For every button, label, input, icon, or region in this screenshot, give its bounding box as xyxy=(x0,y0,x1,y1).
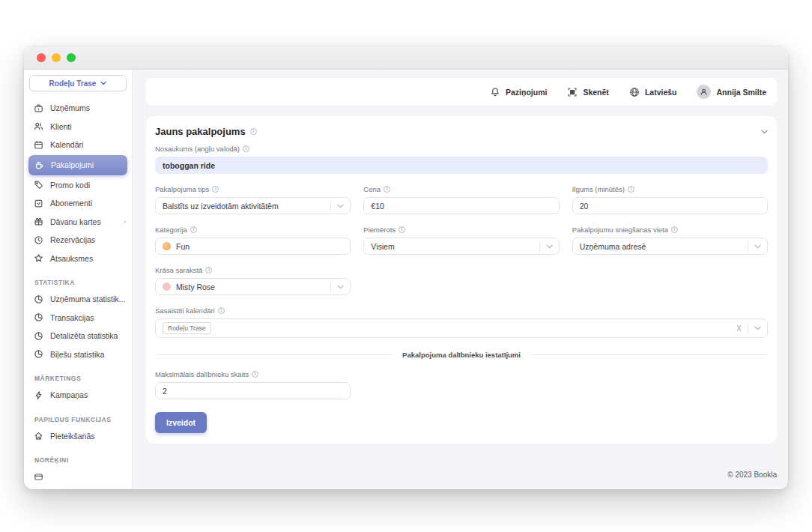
sidebar-item-label: Dāvanu kartes xyxy=(50,217,101,226)
sidebar-item-klienti[interactable]: Klienti xyxy=(24,118,132,136)
sidebar-item-label: Kampaņas xyxy=(50,390,88,399)
sidebar-item-label: Transakcijas xyxy=(50,313,94,322)
sidebar-item-label: Uzņēmums xyxy=(50,103,90,112)
pie-chart-icon xyxy=(34,294,43,304)
create-button[interactable]: Izveidot xyxy=(155,412,207,433)
minimize-window-button[interactable] xyxy=(52,53,61,62)
lightning-icon xyxy=(34,390,43,400)
sidebar: Rodeļu Trase Uzņēmums Klienti Kalendāri xyxy=(24,70,133,489)
sidebar-item-bilesu-statistika[interactable]: Biļešu statistika xyxy=(24,345,132,364)
service-name-input[interactable] xyxy=(155,157,768,174)
max-participants-input[interactable] xyxy=(155,382,351,399)
sidebar-item-promo-kodi[interactable]: Promo kodi xyxy=(24,176,132,195)
info-icon[interactable]: i xyxy=(250,128,257,135)
chevron-down-icon xyxy=(337,204,344,208)
field-category: Kategorijai Fun xyxy=(155,226,351,255)
cup-icon xyxy=(34,160,44,170)
sidebar-item-kampanas[interactable]: Kampaņas xyxy=(24,386,132,405)
category-select[interactable]: Fun xyxy=(155,238,351,255)
person-icon xyxy=(700,88,708,96)
topbar: Paziņojumi Skenēt Latviešu Anni xyxy=(146,78,777,106)
location-select[interactable]: Uzņēmuma adresē xyxy=(572,238,768,255)
sidebar-item-label: Pieteikšanās xyxy=(50,432,95,441)
notifications-button[interactable]: Paziņojumi xyxy=(490,87,547,97)
users-icon xyxy=(34,121,43,131)
sidebar-item-pakalpojumi[interactable]: Pakalpojumi xyxy=(28,155,127,175)
info-icon[interactable]: i xyxy=(384,186,390,193)
service-type-select[interactable]: Balstīts uz izveidotām aktivitātēm xyxy=(155,197,351,214)
collapse-card-button[interactable] xyxy=(761,130,768,134)
calendar-tag[interactable]: Rodeļu Trase xyxy=(163,322,211,334)
field-label: Pakalpojuma tips xyxy=(155,185,209,193)
user-menu[interactable]: Annija Smilte xyxy=(697,85,766,99)
suitable-select[interactable]: Visiem xyxy=(363,238,559,255)
field-label: Kategorija xyxy=(155,226,187,234)
sidebar-item-clipped[interactable] xyxy=(24,468,132,486)
desktop-canvas: Rodeļu Trase Uzņēmums Klienti Kalendāri xyxy=(0,0,812,532)
home-icon xyxy=(34,431,43,441)
info-icon[interactable]: i xyxy=(212,186,219,193)
selected-value: Visiem xyxy=(371,242,394,251)
sidebar-item-davanu-kartes[interactable]: Dāvanu kartes › xyxy=(24,213,132,232)
field-calendars: Sasaistīti kalendārii Rodeļu Trase X xyxy=(155,306,768,338)
info-icon[interactable]: i xyxy=(252,371,258,378)
chevron-down-icon xyxy=(754,326,761,330)
field-location: Pakalpojumu sniegšanas vietai Uzņēmuma a… xyxy=(572,226,768,255)
info-icon[interactable]: i xyxy=(628,186,634,193)
info-icon[interactable]: i xyxy=(205,267,212,273)
gift-icon xyxy=(34,217,43,226)
bell-icon xyxy=(490,87,500,97)
info-icon[interactable]: i xyxy=(399,226,405,233)
scan-button[interactable]: Skenēt xyxy=(567,87,608,97)
sidebar-item-abonementi[interactable]: Abonementi xyxy=(24,194,132,213)
clock-icon xyxy=(34,235,43,245)
field-color: Krāsa sarakstāi Misty Rose xyxy=(155,266,351,295)
user-name: Annija Smilte xyxy=(716,88,766,97)
globe-icon xyxy=(629,87,640,97)
sidebar-item-rezervacijas[interactable]: Rezervācijas xyxy=(24,231,132,250)
field-price: Cenai xyxy=(363,185,559,214)
sidebar-item-uznemums[interactable]: Uzņēmums xyxy=(24,99,132,118)
info-icon[interactable]: i xyxy=(671,226,678,233)
field-label: Nosaukums (angļu valodā) xyxy=(155,145,240,153)
briefcase-icon xyxy=(34,103,43,113)
color-select[interactable]: Misty Rose xyxy=(155,278,351,295)
info-icon[interactable]: i xyxy=(243,145,249,152)
sidebar-section-norekini: NORĒĶINI xyxy=(34,456,132,464)
price-input[interactable] xyxy=(363,197,559,214)
calendars-multiselect[interactable]: Rodeļu Trase X xyxy=(155,318,768,338)
sidebar-item-uznemuma-statistika[interactable]: Uzņēmuma statistik... xyxy=(24,290,132,309)
close-window-button[interactable] xyxy=(37,53,46,62)
notifications-label: Paziņojumi xyxy=(506,88,547,97)
calendar-icon xyxy=(34,140,43,150)
scan-label: Skenēt xyxy=(583,88,608,97)
zoom-window-button[interactable] xyxy=(67,53,76,62)
workspace-switcher[interactable]: Rodeļu Trase xyxy=(29,75,127,91)
field-label: Piemērots xyxy=(363,226,396,234)
info-icon[interactable]: i xyxy=(218,307,225,314)
language-selector[interactable]: Latviešu xyxy=(629,87,677,97)
section-divider: Pakalpojuma dalībnieku iestatījumi xyxy=(155,351,768,359)
sidebar-item-pieteiksanas[interactable]: Pieteikšanās xyxy=(24,427,132,446)
page-title: Jauns pakalpojums xyxy=(155,126,246,137)
field-label: Krāsa sarakstā xyxy=(155,266,202,274)
sidebar-item-kalendari[interactable]: Kalendāri xyxy=(24,136,132,154)
info-icon[interactable]: i xyxy=(190,226,197,233)
field-type: Pakalpojuma tipsi Balstīts uz izveidotām… xyxy=(155,185,351,214)
sidebar-item-label: Klienti xyxy=(50,122,72,131)
pie-chart-icon xyxy=(34,312,43,322)
duration-input[interactable] xyxy=(572,197,768,214)
sidebar-item-transakcijas[interactable]: Transakcijas xyxy=(24,309,132,327)
field-label: Sasaistīti kalendāri xyxy=(155,306,215,315)
field-max-participants: Maksimālais dalībnieku skaitsi xyxy=(155,370,351,399)
field-label: Cena xyxy=(363,185,381,193)
sidebar-item-atsauksmes[interactable]: Atsauksmes xyxy=(24,250,132,268)
sidebar-item-label: Uzņēmuma statistik... xyxy=(50,294,125,303)
sidebar-item-detalizeta-statistika[interactable]: Detalizēta statistika xyxy=(24,327,132,345)
chevron-right-icon: › xyxy=(124,218,126,226)
field-duration: Ilgums (minūtēs)i xyxy=(572,185,768,214)
chevron-down-icon xyxy=(761,130,768,134)
field-label: Maksimālais dalībnieku skaits xyxy=(155,370,249,378)
clear-selection-button[interactable]: X xyxy=(730,324,748,333)
sidebar-item-label: Detalizēta statistika xyxy=(50,331,118,340)
